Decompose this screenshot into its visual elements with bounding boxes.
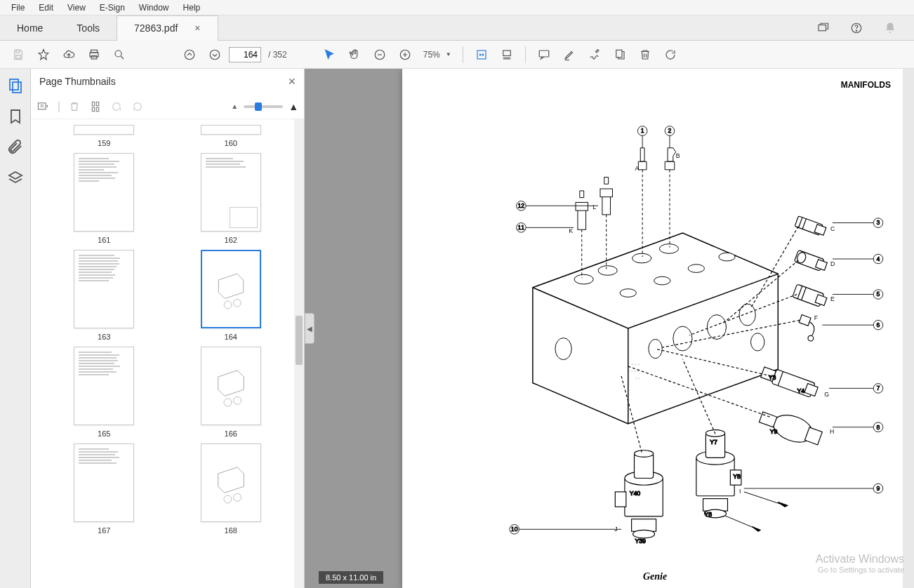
thumbnail-item[interactable]: 162 xyxy=(201,153,261,244)
zoom-small-icon: ▲ xyxy=(231,102,238,110)
menu-view[interactable]: View xyxy=(60,1,93,14)
thumbnail-item[interactable]: 159 xyxy=(74,125,134,147)
thumbnail-grid[interactable]: 159 160 161 162 xyxy=(31,119,304,588)
svg-text:H: H xyxy=(830,428,834,435)
menu-window[interactable]: Window xyxy=(132,1,176,14)
svg-point-35 xyxy=(719,253,735,261)
thumbnail-item[interactable]: 168 xyxy=(201,443,261,535)
menu-esign[interactable]: E-Sign xyxy=(93,1,132,14)
svg-rect-17 xyxy=(10,79,18,90)
zoom-in-button[interactable] xyxy=(394,44,416,66)
sign-button[interactable] xyxy=(583,44,606,66)
svg-point-41 xyxy=(555,338,571,360)
svg-point-23 xyxy=(233,299,241,307)
panel-close-button[interactable]: × xyxy=(288,74,296,89)
selection-tool-button[interactable] xyxy=(318,44,340,66)
fit-page-button[interactable] xyxy=(496,44,518,66)
menu-edit[interactable]: Edit xyxy=(32,1,60,14)
svg-text:○ ○: ○ ○ xyxy=(635,377,640,380)
hand-tool-button[interactable] xyxy=(343,44,366,66)
svg-text:C: C xyxy=(830,225,835,232)
thumbnail-scrollbar[interactable] xyxy=(294,119,304,588)
svg-rect-0 xyxy=(819,25,826,30)
page-up-button[interactable] xyxy=(178,44,201,66)
panel-delete-button[interactable] xyxy=(67,100,81,114)
zoom-out-button[interactable] xyxy=(369,44,391,66)
panel-print-button[interactable] xyxy=(88,100,102,114)
zoom-select[interactable]: 75%▼ xyxy=(419,50,456,60)
bell-icon[interactable] xyxy=(879,17,901,39)
thumbnail-item[interactable]: 161 xyxy=(74,153,134,244)
page-down-button[interactable] xyxy=(204,44,226,66)
bookmark-rail-button[interactable] xyxy=(7,108,24,125)
find-button[interactable] xyxy=(108,44,131,66)
share-icon[interactable] xyxy=(812,17,834,39)
svg-point-24 xyxy=(224,399,232,406)
svg-point-10 xyxy=(210,50,220,60)
svg-text:F: F xyxy=(814,314,818,321)
thumbnail-item[interactable]: 163 xyxy=(74,250,134,341)
svg-rect-20 xyxy=(92,102,94,105)
tab-document[interactable]: 72863.pdf × xyxy=(117,15,218,41)
manifold-diagram: ○ ○ ○ ○ ○ ○ ○ ○ ○ xyxy=(444,97,894,560)
panel-redo-button[interactable] xyxy=(131,100,145,114)
highlight-button[interactable] xyxy=(558,44,581,66)
panel-undo-button[interactable] xyxy=(110,100,124,114)
tab-home[interactable]: Home xyxy=(0,15,60,41)
thumbnail-item[interactable]: 165 xyxy=(74,347,134,438)
thumbnail-item[interactable]: 164 xyxy=(201,250,261,341)
svg-text:2: 2 xyxy=(668,127,672,134)
collapse-panel-button[interactable]: ◀ xyxy=(305,313,314,344)
svg-text:Y7: Y7 xyxy=(710,439,717,446)
menu-bar: File Edit View E-Sign Window Help xyxy=(0,0,914,15)
svg-rect-95 xyxy=(615,492,626,507)
thumbnail-size-slider[interactable] xyxy=(244,105,283,108)
tab-close-button[interactable]: × xyxy=(194,22,200,34)
menu-help[interactable]: Help xyxy=(176,1,208,14)
thumbnails-rail-button[interactable] xyxy=(7,77,24,94)
svg-text:A: A xyxy=(635,165,639,172)
svg-text:Y39: Y39 xyxy=(635,537,646,544)
stamp-button[interactable] xyxy=(609,44,631,66)
cloud-button[interactable] xyxy=(58,44,80,66)
panel-options-button[interactable] xyxy=(37,100,51,114)
thumbnail-item[interactable]: 160 xyxy=(201,125,261,147)
svg-point-22 xyxy=(224,301,232,309)
delete-button[interactable] xyxy=(634,44,656,66)
tab-tools[interactable]: Tools xyxy=(60,15,117,41)
attachment-rail-button[interactable] xyxy=(7,139,24,156)
fit-width-button[interactable] xyxy=(470,44,493,66)
svg-text:7: 7 xyxy=(877,385,880,392)
svg-point-36 xyxy=(649,340,662,359)
help-icon[interactable] xyxy=(845,17,868,39)
thumbnail-panel: Page Thumbnails × | ▲ ▲ 159 xyxy=(31,69,305,588)
page-dimensions-label: 8.50 x 11.00 in xyxy=(319,571,383,584)
svg-text:3: 3 xyxy=(877,219,880,226)
svg-point-39 xyxy=(739,304,755,326)
layers-rail-button[interactable] xyxy=(7,170,24,187)
left-rail xyxy=(0,69,31,588)
save-button[interactable] xyxy=(7,44,29,66)
svg-rect-18 xyxy=(13,82,21,93)
svg-rect-84 xyxy=(703,499,728,511)
print-button[interactable] xyxy=(83,44,105,66)
page-number-input[interactable] xyxy=(229,47,261,62)
page-heading: MANIFOLDS xyxy=(841,80,891,90)
svg-point-34 xyxy=(688,265,704,273)
svg-text:○ ○ ○ ○: ○ ○ ○ ○ xyxy=(628,370,640,373)
star-button[interactable] xyxy=(32,44,55,66)
page-total-label: / 352 xyxy=(268,50,287,60)
thumbnail-item[interactable]: 166 xyxy=(201,347,261,438)
svg-text:J: J xyxy=(614,526,617,533)
menu-file[interactable]: File xyxy=(4,1,32,14)
thumbnail-item[interactable]: 167 xyxy=(74,443,134,535)
page-viewer[interactable]: ◀ MANIFOLDS xyxy=(305,69,914,588)
svg-text:11: 11 xyxy=(518,224,525,231)
svg-point-26 xyxy=(224,495,232,503)
svg-point-27 xyxy=(233,493,241,501)
svg-text:8: 8 xyxy=(877,424,880,431)
viewer-scrollbar[interactable] xyxy=(903,69,914,588)
svg-text:10: 10 xyxy=(511,526,518,533)
rotate-button[interactable] xyxy=(659,44,682,66)
comment-button[interactable] xyxy=(533,44,555,66)
